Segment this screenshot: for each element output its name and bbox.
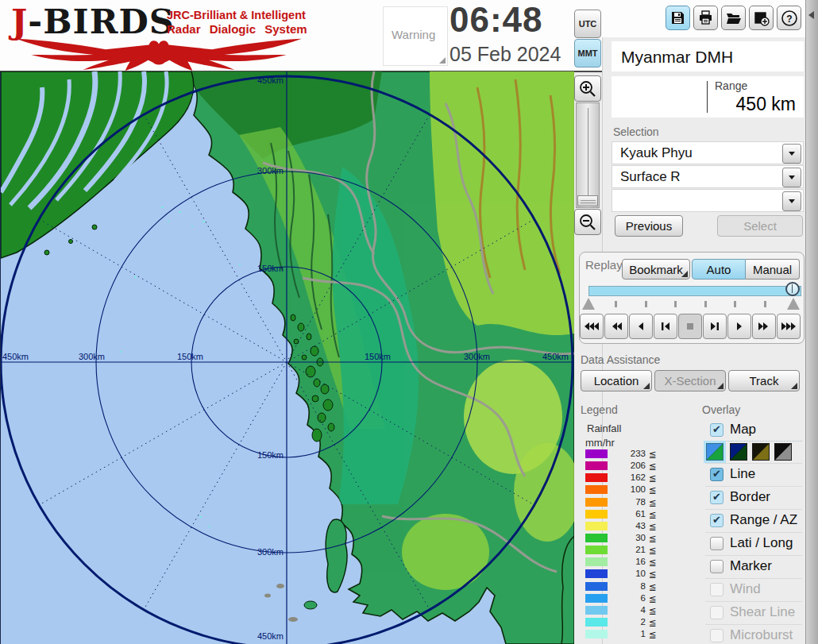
radar-map[interactable]: 450km 300km 150km 150km 300km 450km 450k… bbox=[0, 71, 574, 644]
overlay-item-label: Border bbox=[730, 489, 770, 505]
divider bbox=[705, 555, 802, 556]
line-checkbox[interactable]: ✔ bbox=[710, 468, 723, 481]
legend-swatch bbox=[585, 606, 608, 615]
save-button[interactable] bbox=[666, 6, 690, 30]
bookmark-button[interactable]: Bookmark bbox=[622, 259, 690, 280]
help-button[interactable]: ? bbox=[777, 6, 801, 30]
marker-checkbox[interactable] bbox=[710, 560, 723, 573]
open-folder-button[interactable] bbox=[721, 6, 746, 30]
legend-swatch bbox=[585, 485, 608, 494]
collapse-arrow-icon bbox=[808, 11, 814, 19]
range-start-marker[interactable] bbox=[582, 298, 595, 310]
divider bbox=[705, 486, 802, 487]
map-style-swatch-3[interactable] bbox=[752, 443, 770, 461]
replay-slider-handle[interactable] bbox=[785, 282, 800, 296]
play-button[interactable] bbox=[727, 314, 751, 339]
border-checkbox[interactable]: ✔ bbox=[710, 491, 723, 504]
step-back-button[interactable] bbox=[654, 314, 677, 339]
dropdown-button[interactable] bbox=[782, 168, 801, 187]
overlay-item-label: Line bbox=[730, 466, 755, 482]
overlay-item-microburst: Microburst bbox=[705, 627, 804, 644]
overlay-item-label: Wind bbox=[730, 581, 761, 597]
fast-forward-button[interactable] bbox=[752, 314, 776, 339]
map-style-swatch-1[interactable] bbox=[706, 443, 723, 461]
legend-swatch bbox=[585, 618, 608, 627]
location-button[interactable]: Location bbox=[581, 370, 652, 391]
overlay-item-shear-line: Shear Line bbox=[705, 604, 804, 625]
add-image-button[interactable] bbox=[749, 6, 774, 30]
utc-button[interactable]: UTC bbox=[574, 10, 601, 38]
lati-long-checkbox[interactable] bbox=[710, 537, 723, 550]
dropdown-button[interactable] bbox=[782, 191, 801, 211]
replay-slider-track[interactable] bbox=[588, 286, 801, 296]
ring-label-450-bottom: 450km bbox=[244, 631, 284, 641]
range-az-checkbox[interactable]: ✔ bbox=[710, 514, 723, 527]
station-name-box: Myanmar DMH bbox=[612, 41, 804, 71]
legend-swatch bbox=[585, 522, 608, 530]
tagline-line1: JRC-Brilliant & Intelligent bbox=[167, 9, 310, 22]
overlay-item-label: Range / AZ bbox=[730, 512, 797, 528]
extra-dropdown[interactable] bbox=[612, 189, 804, 212]
fast-rewind-triple-button[interactable] bbox=[580, 314, 604, 339]
legend-title-2: mm/hr bbox=[585, 437, 615, 449]
brand-j: J bbox=[11, 2, 28, 41]
wind-checkbox bbox=[710, 583, 723, 596]
warning-selector[interactable]: Warning bbox=[383, 6, 448, 66]
chevron-down-icon bbox=[789, 199, 795, 203]
zoom-in-button[interactable] bbox=[574, 75, 601, 102]
map-checkbox[interactable]: ✔ bbox=[710, 423, 723, 437]
xsection-button[interactable]: X-Section bbox=[654, 370, 726, 391]
manual-button[interactable]: Manual bbox=[746, 259, 800, 280]
corner-grip-icon bbox=[717, 383, 723, 389]
print-button[interactable] bbox=[693, 6, 718, 30]
tagline-line2: Radar Dialogic System bbox=[167, 22, 310, 36]
ring-label-450-right: 450km bbox=[542, 352, 569, 361]
ring-label-450-left: 450km bbox=[2, 352, 29, 361]
site-dropdown[interactable]: Kyauk Phyu bbox=[612, 141, 804, 164]
slider-tick bbox=[615, 301, 617, 307]
eagle-icon bbox=[8, 37, 310, 71]
chevron-down-icon bbox=[789, 152, 795, 156]
zoom-slider-handle[interactable] bbox=[577, 195, 598, 206]
microburst-checkbox bbox=[710, 629, 723, 642]
step-forward-button[interactable] bbox=[703, 314, 727, 339]
map-style-swatch-2[interactable] bbox=[730, 443, 747, 461]
brand-tagline: JRC-Brilliant & Intelligent Radar Dialog… bbox=[167, 9, 310, 36]
stop-button[interactable] bbox=[678, 314, 702, 339]
overlay-item-border: ✔ Border bbox=[705, 489, 804, 510]
app-logo: J-BIRDS JRC-Brilliant & Intelligent Rada… bbox=[8, 2, 310, 70]
data-assistance-label: Data Assistance bbox=[581, 353, 660, 366]
map-style-swatch-4[interactable] bbox=[774, 443, 792, 461]
ring-label-150-bottom: 150km bbox=[244, 450, 284, 460]
fast-rewind-button[interactable] bbox=[604, 314, 628, 339]
zoom-slider[interactable] bbox=[576, 102, 600, 208]
product-value: Surface R bbox=[620, 169, 681, 185]
select-button[interactable]: Select bbox=[717, 215, 803, 237]
shear-line-checkbox bbox=[710, 606, 723, 619]
previous-button[interactable]: Previous bbox=[615, 215, 683, 237]
dropdown-button[interactable] bbox=[782, 144, 801, 164]
divider bbox=[705, 463, 802, 464]
slider-tick bbox=[704, 301, 707, 307]
divider bbox=[705, 624, 802, 625]
legend-entry: 16≦ bbox=[585, 557, 665, 567]
zoom-out-button[interactable] bbox=[574, 209, 601, 235]
track-button[interactable]: Track bbox=[728, 370, 800, 391]
auto-button[interactable]: Auto bbox=[692, 259, 746, 280]
product-dropdown[interactable]: Surface R bbox=[612, 165, 804, 188]
fast-forward-triple-button[interactable] bbox=[777, 314, 801, 339]
slider-tick bbox=[764, 301, 766, 307]
legend-entry: 233≦ bbox=[585, 449, 665, 459]
ring-label-300-top: 300km bbox=[244, 166, 284, 175]
legend-entry: 43≦ bbox=[585, 522, 665, 531]
site-value: Kyauk Phyu bbox=[620, 145, 693, 161]
legend-swatch bbox=[585, 630, 608, 638]
mmt-button[interactable]: MMT bbox=[574, 39, 601, 67]
range-end-marker[interactable] bbox=[787, 298, 800, 310]
divider bbox=[705, 578, 802, 579]
rewind-button[interactable] bbox=[629, 314, 653, 339]
range-label: Range bbox=[715, 79, 747, 92]
warning-label: Warning bbox=[392, 28, 435, 41]
overlay-item-map: ✔ Map bbox=[705, 422, 804, 442]
panel-collapse-bar[interactable] bbox=[805, 0, 818, 644]
